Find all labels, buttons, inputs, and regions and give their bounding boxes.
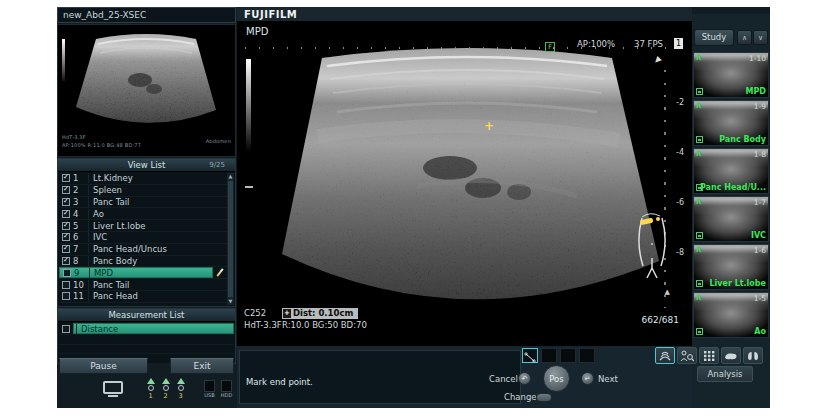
chevron-up-icon[interactable]: ∧: [737, 30, 752, 45]
view-list-row-main[interactable]: 11 Panc Head: [59, 291, 213, 302]
measurement-list: Distance: [59, 323, 234, 362]
chevron-down-icon[interactable]: ∨: [753, 30, 768, 45]
view-list-row[interactable]: ✓ 1 Lt.Kidney: [59, 173, 227, 185]
study-thumbnail[interactable]: R 1-8 Panc Head/U...: [693, 148, 769, 194]
body-marker[interactable]: [628, 208, 676, 284]
measurement-checkbox[interactable]: [62, 325, 70, 333]
view-list-row[interactable]: ✓ 3 Panc Tail: [59, 197, 227, 209]
ultrasound-image-area[interactable]: MPD AP:100% 37 FPS 1 F + -2-4-6-8 ▲ ▲ C2…: [237, 22, 692, 345]
view-row-number: 7: [73, 244, 88, 254]
view-list-row[interactable]: ✓ 2 Spleen: [59, 185, 227, 197]
thumbnail-id: 1-10: [749, 54, 766, 63]
view-checkbox[interactable]: ✓: [62, 198, 70, 206]
scroll-down-icon[interactable]: ▼: [229, 298, 233, 305]
view-checkbox[interactable]: ✓: [62, 257, 70, 265]
image-params-readout: R:10.0 BG:50 BD:70: [282, 320, 367, 330]
transducer-tool-button[interactable]: [655, 347, 675, 364]
stamp-indicator[interactable]: 1: [145, 378, 156, 400]
analysis-button[interactable]: Analysis: [697, 366, 753, 382]
scrollbar-track[interactable]: [228, 181, 233, 297]
view-checkbox[interactable]: ✓: [62, 210, 70, 218]
view-list-row-main[interactable]: ✓ 1 Lt.Kidney: [59, 173, 213, 184]
orientation-marker: R: [696, 294, 701, 302]
view-row-label: Panc Head: [88, 291, 213, 301]
change-toggle[interactable]: [536, 393, 552, 402]
tool-slot-button[interactable]: [541, 348, 557, 363]
triangle-icon: [177, 378, 185, 384]
view-checkbox[interactable]: ✓: [62, 174, 70, 182]
study-thumbnail[interactable]: R 1-9 Panc Body: [693, 100, 769, 146]
hdd-indicator: HDD: [220, 380, 233, 398]
view-list-row[interactable]: ✓ 8 Panc Body: [59, 256, 227, 268]
thumbnail-label: Panc Head/U...: [700, 183, 766, 192]
exit-button[interactable]: Exit: [170, 358, 234, 374]
study-thumbnail[interactable]: R 1-6 Liver Lt.lobe: [693, 244, 769, 290]
view-checkbox[interactable]: ✓: [62, 245, 70, 253]
view-list-scrollbar[interactable]: ▲ ▼: [227, 173, 234, 305]
depth-tick-label: -4: [676, 148, 684, 157]
view-list-row-main[interactable]: ✓ 5 Liver Lt.lobe: [59, 220, 213, 231]
stamp-indicator[interactable]: 2: [160, 378, 171, 400]
screen: new_Abd_25-XSEC: [0, 0, 816, 417]
view-checkbox[interactable]: ✓: [62, 186, 70, 194]
caliper-cursor-icon[interactable]: +: [484, 119, 494, 133]
view-list-row-main[interactable]: ✓ 8 Panc Body: [59, 256, 213, 267]
next-button[interactable]: ↵: [581, 372, 594, 385]
view-checkbox[interactable]: ✓: [63, 269, 71, 277]
view-list-row-main[interactable]: 10 Panc Tail: [59, 279, 213, 290]
study-thumbnail[interactable]: R 1-7 IVC: [693, 196, 769, 242]
view-checkbox[interactable]: ✓: [62, 233, 70, 241]
view-list-row-main[interactable]: ✓ 7 Panc Head/Uncus: [59, 244, 213, 255]
view-list-row-main[interactable]: ✓ 4 Ao: [59, 208, 213, 219]
view-row-number: 10: [73, 280, 88, 290]
cancel-label: Cancel: [489, 374, 518, 384]
thumbnail-label: Ao: [754, 327, 766, 336]
view-checkbox[interactable]: ✓: [62, 222, 70, 230]
preview-preset-text: HdT-3.3F: [62, 134, 86, 140]
change-label: Change: [504, 392, 537, 402]
study-thumbnail[interactable]: R 1-10 MPD: [693, 52, 769, 98]
caliper-mark-icon: +: [283, 309, 291, 318]
scroll-up-icon[interactable]: ▲: [229, 173, 233, 180]
view-list-counter: 9/25: [209, 159, 225, 172]
view-list-row-main[interactable]: ✓ 9 MPD: [59, 267, 213, 278]
stamp-indicators: 1 2 3: [145, 378, 186, 400]
view-list-row-main[interactable]: ✓ 3 Panc Tail: [59, 197, 213, 208]
distance-tool-button[interactable]: [522, 348, 538, 363]
view-checkbox[interactable]: [62, 281, 70, 289]
lungs-icon: [746, 350, 760, 362]
tool-slot-button[interactable]: [579, 348, 595, 363]
measurement-row-main[interactable]: Distance: [73, 323, 234, 334]
study-thumbnail[interactable]: R 1-5 Ao: [693, 292, 769, 338]
view-list-row[interactable]: 10 Panc Tail: [59, 279, 227, 291]
grid-view-button[interactable]: [699, 347, 719, 364]
cancel-button[interactable]: ↶: [518, 372, 531, 385]
patient-search-button[interactable]: [677, 347, 697, 364]
pause-button[interactable]: Pause: [59, 358, 148, 374]
measurement-row[interactable]: Distance: [59, 323, 234, 335]
preview-image[interactable]: HdT-3.3F AP:100% R:11.0 BG:48 BD:77 Abdo…: [57, 24, 236, 157]
thumbnail-label: MPD: [746, 87, 766, 96]
view-list-row[interactable]: ✓ 4 Ao: [59, 208, 227, 220]
view-list-row[interactable]: ✓ 5 Liver Lt.lobe: [59, 220, 227, 232]
view-list-row-main[interactable]: ✓ 6 IVC: [59, 232, 213, 243]
pencil-icon: [213, 291, 227, 302]
study-button[interactable]: Study: [694, 29, 734, 46]
pencil-icon: [213, 244, 227, 255]
brand-logo: FUJIFILM: [244, 9, 297, 20]
pos-button[interactable]: Pos: [543, 365, 570, 392]
tool-slot-button[interactable]: [560, 348, 576, 363]
measurement-label: Distance: [76, 324, 233, 334]
view-row-number: 5: [73, 221, 88, 231]
view-list-row-main[interactable]: ✓ 2 Spleen: [59, 185, 213, 196]
view-list-row[interactable]: ✓ 7 Panc Head/Uncus: [59, 244, 227, 256]
compare-mode-button[interactable]: [743, 347, 763, 364]
view-checkbox[interactable]: [62, 292, 70, 300]
view-list-row[interactable]: ✓ 6 IVC: [59, 232, 227, 244]
view-list-row[interactable]: ✓ 9 MPD: [59, 267, 227, 279]
view-list-row[interactable]: 11 Panc Head: [59, 291, 227, 303]
view-row-label: Panc Body: [88, 256, 213, 266]
orientation-marker: R: [696, 54, 701, 62]
stamp-indicator[interactable]: 3: [175, 378, 186, 400]
liver-mode-button[interactable]: [721, 347, 741, 364]
